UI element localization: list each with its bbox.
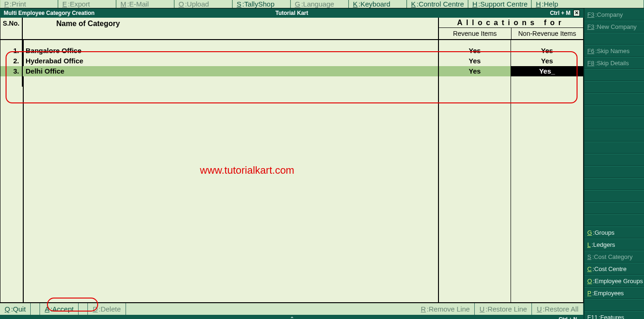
close-icon[interactable]: ✕ bbox=[573, 10, 580, 16]
header-sno: S.No. bbox=[0, 18, 23, 39]
company-name: Tutorial Kart bbox=[275, 10, 308, 16]
sidebar-features[interactable]: F11: Features bbox=[584, 311, 644, 319]
toolbar-upload[interactable]: O: Upload bbox=[174, 0, 232, 8]
expand-arrow-icon[interactable]: ⌃ bbox=[290, 316, 294, 319]
sidebar-cost-category[interactable]: S: Cost Category bbox=[584, 251, 644, 263]
table-row[interactable]: 1. Bangalore Office Yes Yes bbox=[0, 46, 583, 56]
content-panel: S.No. Name of Category Allocations for R… bbox=[0, 18, 584, 303]
restore-all-button[interactable]: U: Restore All bbox=[532, 303, 584, 315]
header-name: Name of Category bbox=[23, 18, 439, 39]
header-allocations: Allocations for Revenue Items Non-Revenu… bbox=[439, 18, 583, 39]
sidebar-ledgers[interactable]: L: Ledgers bbox=[584, 238, 644, 251]
top-toolbar: P: Print E: Export M: E-Mail O: Upload S… bbox=[0, 0, 644, 8]
table-row[interactable]: 2. Hyderabad Office Yes Yes bbox=[0, 56, 583, 66]
title-bar: Multi Employee Category Creation Tutoria… bbox=[0, 8, 584, 18]
sidebar-groups[interactable]: G: Groups bbox=[584, 226, 644, 238]
remove-line-button[interactable]: R: Remove Line bbox=[416, 303, 475, 315]
status-bar: ⌃ Ctrl + N bbox=[0, 315, 584, 319]
shortcut-hint-bottom: Ctrl + N bbox=[559, 316, 584, 319]
bottom-toolbar: Q: Quit A: Accept D: Delete R: Remove Li… bbox=[0, 303, 584, 315]
table-row[interactable] bbox=[0, 76, 583, 87]
accept-button[interactable]: A: Accept bbox=[40, 303, 79, 315]
shortcut-hint: Ctrl + M bbox=[550, 10, 571, 16]
sidebar-employees[interactable]: P: Employees bbox=[584, 287, 644, 299]
toolbar-help[interactable]: H: Help bbox=[531, 0, 644, 8]
right-sidebar: F3: Company F3: New Company F6: Skip Nam… bbox=[584, 8, 644, 319]
table-header: S.No. Name of Category Allocations for R… bbox=[0, 18, 583, 40]
table-row[interactable]: 3. Delhi Office Yes Yes bbox=[0, 66, 583, 76]
sidebar-skip-names[interactable]: F6: Skip Names bbox=[584, 45, 644, 57]
restore-line-button[interactable]: U: Restore Line bbox=[475, 303, 532, 315]
table-body: 1. Bangalore Office Yes Yes 2. Hyderabad… bbox=[0, 40, 583, 87]
active-cell[interactable]: Yes bbox=[511, 66, 583, 76]
sidebar-employee-groups[interactable]: O: Employee Groups bbox=[584, 275, 644, 287]
toolbar-print[interactable]: P: Print bbox=[0, 0, 58, 8]
sidebar-cost-centre[interactable]: C: Cost Centre bbox=[584, 263, 644, 275]
toolbar-export[interactable]: E: Export bbox=[58, 0, 116, 8]
header-nonrevenue: Non-Revenue Items bbox=[511, 28, 584, 39]
toolbar-language[interactable]: G: Language bbox=[291, 0, 349, 8]
toolbar-control-centre[interactable]: K: Control Centre bbox=[407, 0, 468, 8]
sidebar-company[interactable]: F3: Company bbox=[584, 8, 644, 20]
toolbar-keyboard[interactable]: K: Keyboard bbox=[349, 0, 407, 8]
toolbar-email[interactable]: M: E-Mail bbox=[116, 0, 174, 8]
toolbar-support-centre[interactable]: H: Support Centre bbox=[468, 0, 532, 8]
sidebar-skip-details[interactable]: F8: Skip Details bbox=[584, 57, 644, 69]
delete-button[interactable]: D: Delete bbox=[88, 303, 126, 315]
quit-button[interactable]: Q: Quit bbox=[0, 303, 31, 315]
sidebar-new-company[interactable]: F3: New Company bbox=[584, 20, 644, 33]
screen-title: Multi Employee Category Creation bbox=[4, 10, 94, 16]
toolbar-tallyshop[interactable]: S: TallyShop bbox=[232, 0, 291, 8]
header-revenue: Revenue Items bbox=[439, 28, 511, 39]
sidebar-blank bbox=[584, 33, 644, 45]
